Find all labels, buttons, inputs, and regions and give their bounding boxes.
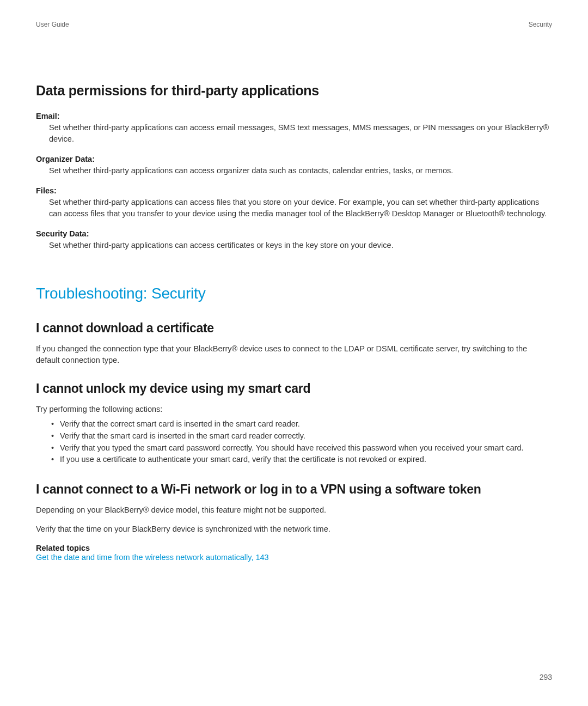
cannot-unlock-smartcard-heading: I cannot unlock my device using my smart… (36, 381, 552, 396)
term-desc: Set whether third-party applications can… (36, 197, 552, 220)
data-permissions-heading: Data permissions for third-party applica… (36, 83, 552, 99)
related-topics-label: Related topics (36, 544, 552, 552)
wifi-text-1: Depending on your BlackBerry® device mod… (36, 504, 552, 516)
term-email: Email: Set whether third-party applicati… (36, 112, 552, 145)
term-organizer-data: Organizer Data: Set whether third-party … (36, 155, 552, 176)
list-item: Verify that the smart card is inserted i… (60, 430, 552, 442)
page-header: User Guide Security (36, 21, 552, 28)
term-label: Security Data: (36, 229, 552, 238)
term-desc: Set whether third-party applications can… (36, 240, 552, 251)
list-item: Verify that you typed the smart card pas… (60, 442, 552, 454)
smartcard-bullet-list: Verify that the correct smart card is in… (36, 418, 552, 466)
troubleshooting-heading: Troubleshooting: Security (36, 285, 552, 302)
related-topic-link[interactable]: Get the date and time from the wireless … (36, 553, 552, 562)
term-desc: Set whether third-party applications can… (36, 165, 552, 176)
term-security-data: Security Data: Set whether third-party a… (36, 229, 552, 251)
cannot-download-cert-heading: I cannot download a certificate (36, 321, 552, 336)
wifi-text-2: Verify that the time on your BlackBerry … (36, 524, 552, 535)
term-label: Email: (36, 112, 552, 120)
term-label: Organizer Data: (36, 155, 552, 163)
cannot-unlock-smartcard-intro: Try performing the following actions: (36, 404, 552, 415)
cannot-connect-wifi-heading: I cannot connect to a Wi-Fi network or l… (36, 482, 552, 497)
term-files: Files: Set whether third-party applicati… (36, 186, 552, 220)
document-page: User Guide Security Data permissions for… (0, 0, 588, 706)
cannot-download-cert-text: If you changed the connection type that … (36, 343, 552, 366)
page-number: 293 (540, 673, 552, 681)
term-label: Files: (36, 186, 552, 195)
header-right-text: Security (529, 21, 552, 28)
list-item: If you use a certificate to authenticate… (60, 454, 552, 466)
header-left-text: User Guide (36, 21, 69, 28)
list-item: Verify that the correct smart card is in… (60, 418, 552, 430)
term-desc: Set whether third-party applications can… (36, 122, 552, 145)
